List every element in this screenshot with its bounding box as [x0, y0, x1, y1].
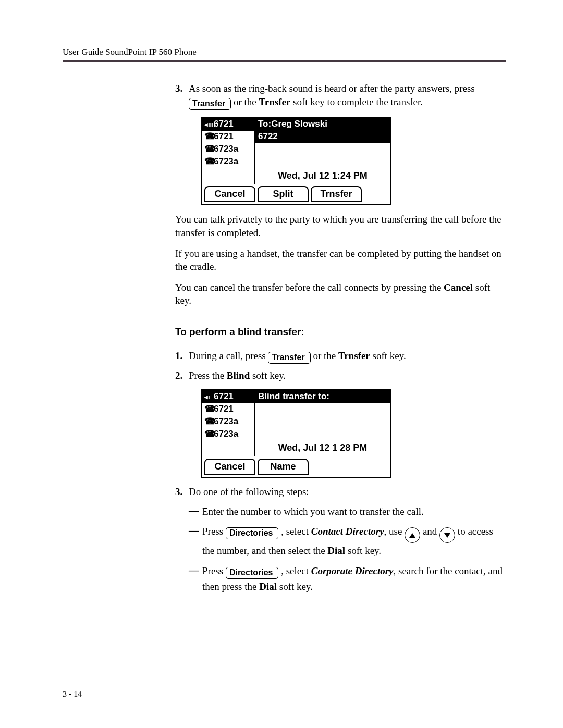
step-body: As soon as the ring-back sound is heard … — [189, 82, 506, 110]
sub3-pre: Press — [202, 565, 226, 576]
line-label: 6721 — [214, 118, 234, 130]
para3-bold: Cancel — [444, 282, 473, 293]
sub3-post: soft key. — [277, 581, 313, 592]
speaker-icon: ◂ıııı — [204, 120, 214, 129]
sub2-ital: Contact Directory — [311, 526, 384, 537]
page-header: User Guide SoundPoint IP 560 Phone — [63, 47, 506, 57]
line-list: ◂ı6721 ☎6721 ☎6723a ☎6723a — [202, 390, 255, 456]
softkey-cancel: Cancel — [204, 459, 255, 475]
header-rule — [63, 60, 506, 62]
bs1-post: soft key. — [370, 350, 406, 361]
step-number: 3. — [175, 485, 189, 499]
softkey-cancel: Cancel — [204, 186, 255, 202]
speaker-icon: ◂ı — [204, 392, 214, 402]
sub3-ital: Corporate Directory — [311, 565, 394, 576]
blind-step-2: 2. Press the Blind soft key. — [175, 369, 506, 382]
softkey-trnsfer: Trnsfer — [311, 186, 362, 202]
line-label: 6721 — [214, 403, 234, 415]
paragraph: You can cancel the transfer before the c… — [175, 281, 506, 307]
substep-body: Press Directories , select Contact Direc… — [202, 524, 506, 559]
line-label: 6723a — [214, 143, 238, 155]
sub3-bold: Dial — [259, 581, 277, 592]
phone-screen-1: ◂ıııı6721 ☎6721 ☎6723a ☎6723a To:Greg Sl… — [201, 117, 391, 206]
blind-transfer-title: Blind transfer to: — [255, 390, 390, 403]
phone-icon: ☎ — [204, 131, 214, 143]
bs2-bold: Blind — [227, 370, 250, 381]
datetime: Wed, Jul 12 1:24 PM — [255, 168, 390, 184]
phone-icon: ☎ — [204, 428, 214, 440]
paragraph: If you are using a handset, the transfer… — [175, 247, 506, 274]
line-label: 6723a — [214, 156, 238, 168]
softkey-name: Name — [258, 459, 309, 475]
substep-body: Enter the number to which you want to tr… — [202, 504, 506, 520]
line-row: ☎6723a — [202, 428, 254, 440]
page-number: 3 - 14 — [63, 689, 82, 699]
phone-icon: ☎ — [204, 156, 214, 168]
triangle-up-icon — [409, 533, 415, 538]
substep-3: — Press Directories , select Corporate D… — [189, 563, 506, 595]
step3-line2-pre: or the — [234, 96, 259, 107]
phone-icon: ☎ — [204, 416, 214, 428]
line-row: ☎6721 — [202, 131, 254, 143]
substep-1: — Enter the number to which you want to … — [189, 504, 506, 520]
phone-icon: ☎ — [204, 143, 214, 155]
step3-line2-bold: Trnsfer — [259, 96, 290, 107]
bs1-mid: or the — [311, 350, 338, 361]
bs2-pre: Press the — [189, 370, 227, 381]
line-label: 6723a — [214, 428, 238, 440]
step3-line2-post: soft key to complete the transfer. — [290, 96, 423, 107]
phone-icon: ☎ — [204, 403, 214, 415]
step3-line1: As soon as the ring-back sound is heard … — [189, 83, 475, 94]
dash-icon: — — [189, 563, 202, 595]
dash-icon: — — [189, 524, 202, 559]
down-arrow-key — [439, 527, 455, 543]
bs1-bold: Trnsfer — [338, 350, 370, 361]
substep-2: — Press Directories , select Contact Dir… — [189, 524, 506, 559]
directories-key: Directories — [226, 567, 279, 579]
line-label: 6723a — [214, 416, 238, 428]
transfer-key: Transfer — [268, 352, 310, 364]
sub2-mid1: , select — [278, 526, 311, 537]
step-number: 1. — [175, 349, 189, 364]
step-3-top: 3. As soon as the ring-back sound is hea… — [175, 82, 506, 110]
bs1-pre: During a call, press — [189, 350, 268, 361]
line-row: ☎6723a — [202, 156, 254, 168]
line-list: ◂ıııı6721 ☎6721 ☎6723a ☎6723a — [202, 118, 255, 184]
transfer-to-title: To:Greg Slowski — [255, 118, 390, 131]
step-body: Press the Blind soft key. — [189, 369, 506, 382]
transfer-to-number: 6722 — [255, 131, 390, 143]
step-body: Do one of the following steps: — [189, 485, 506, 499]
transfer-key: Transfer — [189, 98, 231, 110]
line-row: ◂ı6721 — [202, 390, 254, 403]
sub2-pre: Press — [202, 526, 226, 537]
blind-transfer-heading: To perform a blind transfer: — [175, 325, 506, 339]
substep-body: Press Directories , select Corporate Dir… — [202, 563, 506, 595]
dash-icon: — — [189, 504, 202, 520]
triangle-down-icon — [444, 533, 450, 538]
softkey-row: Cancel Split Trnsfer — [202, 184, 390, 204]
sub3-mid1: , select — [278, 565, 311, 576]
up-arrow-key — [405, 527, 420, 543]
line-row: ☎6721 — [202, 403, 254, 415]
line-row: ☎6723a — [202, 143, 254, 156]
sub2-mid2: , use — [384, 526, 405, 537]
blind-step-1: 1. During a call, press Transfer or the … — [175, 349, 506, 364]
phone-screen-2: ◂ı6721 ☎6721 ☎6723a ☎6723a Blind transfe… — [201, 389, 391, 478]
sub2-post: soft key. — [345, 545, 381, 556]
sub2-bold: Dial — [327, 545, 345, 556]
line-row: ☎6723a — [202, 415, 254, 428]
step-number: 3. — [175, 82, 189, 110]
paragraph: You can talk privately to the party to w… — [175, 213, 506, 239]
para3-pre: You can cancel the transfer before the c… — [175, 282, 444, 293]
line-label: 6721 — [214, 391, 234, 403]
datetime: Wed, Jul 12 1 28 PM — [255, 440, 390, 456]
sub2-mid3: and — [420, 526, 439, 537]
directories-key: Directories — [226, 527, 279, 539]
softkey-row: Cancel Name — [202, 456, 390, 477]
blind-step-3: 3. Do one of the following steps: — [175, 485, 506, 499]
step-number: 2. — [175, 369, 189, 382]
line-row: ◂ıııı6721 — [202, 118, 254, 131]
step-body: During a call, press Transfer or the Trn… — [189, 349, 506, 364]
line-label: 6721 — [214, 131, 234, 143]
bs2-post: soft key. — [250, 370, 286, 381]
